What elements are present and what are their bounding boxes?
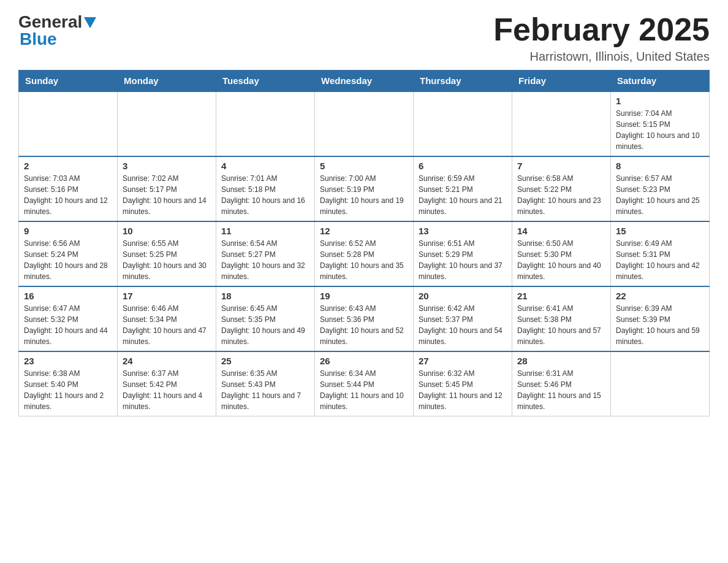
calendar-cell: 6Sunrise: 6:59 AMSunset: 5:21 PMDaylight… xyxy=(414,156,512,221)
day-info: Sunrise: 6:39 AMSunset: 5:39 PMDaylight:… xyxy=(616,303,704,347)
calendar-week-row: 23Sunrise: 6:38 AMSunset: 5:40 PMDayligh… xyxy=(19,351,710,416)
calendar-cell: 2Sunrise: 7:03 AMSunset: 5:16 PMDaylight… xyxy=(19,156,118,221)
day-number: 6 xyxy=(419,161,507,171)
header-sunday: Sunday xyxy=(19,71,118,92)
day-info: Sunrise: 6:52 AMSunset: 5:28 PMDaylight:… xyxy=(320,238,408,282)
logo: General Blue xyxy=(18,12,96,49)
day-number: 15 xyxy=(616,226,704,236)
day-info: Sunrise: 6:42 AMSunset: 5:37 PMDaylight:… xyxy=(419,303,507,347)
calendar-cell: 27Sunrise: 6:32 AMSunset: 5:45 PMDayligh… xyxy=(414,351,512,416)
header-tuesday: Tuesday xyxy=(216,71,315,92)
calendar-cell xyxy=(19,91,118,156)
day-info: Sunrise: 6:59 AMSunset: 5:21 PMDaylight:… xyxy=(419,173,507,217)
header-thursday: Thursday xyxy=(414,71,512,92)
day-info: Sunrise: 6:37 AMSunset: 5:42 PMDaylight:… xyxy=(123,368,211,412)
day-info: Sunrise: 7:02 AMSunset: 5:17 PMDaylight:… xyxy=(123,173,211,217)
day-info: Sunrise: 7:01 AMSunset: 5:18 PMDaylight:… xyxy=(221,173,309,217)
calendar-cell: 10Sunrise: 6:55 AMSunset: 5:25 PMDayligh… xyxy=(118,221,216,286)
day-number: 21 xyxy=(517,291,605,301)
day-info: Sunrise: 6:51 AMSunset: 5:29 PMDaylight:… xyxy=(419,238,507,282)
day-info: Sunrise: 6:31 AMSunset: 5:46 PMDaylight:… xyxy=(517,368,605,412)
calendar-title: February 2025 xyxy=(493,12,710,47)
calendar-cell: 14Sunrise: 6:50 AMSunset: 5:30 PMDayligh… xyxy=(512,221,611,286)
day-number: 25 xyxy=(221,356,309,366)
day-info: Sunrise: 7:00 AMSunset: 5:19 PMDaylight:… xyxy=(320,173,408,217)
day-info: Sunrise: 7:04 AMSunset: 5:15 PMDaylight:… xyxy=(616,108,704,152)
calendar-cell: 9Sunrise: 6:56 AMSunset: 5:24 PMDaylight… xyxy=(19,221,118,286)
day-number: 2 xyxy=(24,161,112,171)
day-info: Sunrise: 6:46 AMSunset: 5:34 PMDaylight:… xyxy=(123,303,211,347)
calendar-cell: 5Sunrise: 7:00 AMSunset: 5:19 PMDaylight… xyxy=(315,156,414,221)
calendar-week-row: 9Sunrise: 6:56 AMSunset: 5:24 PMDaylight… xyxy=(19,221,710,286)
day-number: 17 xyxy=(123,291,211,301)
day-number: 28 xyxy=(517,356,605,366)
day-number: 18 xyxy=(221,291,309,301)
day-number: 9 xyxy=(24,226,112,236)
day-number: 12 xyxy=(320,226,408,236)
calendar-cell: 3Sunrise: 7:02 AMSunset: 5:17 PMDaylight… xyxy=(118,156,216,221)
day-info: Sunrise: 6:32 AMSunset: 5:45 PMDaylight:… xyxy=(419,368,507,412)
calendar-cell: 16Sunrise: 6:47 AMSunset: 5:32 PMDayligh… xyxy=(19,286,118,351)
header-monday: Monday xyxy=(118,71,216,92)
header-wednesday: Wednesday xyxy=(315,71,414,92)
day-number: 14 xyxy=(517,226,605,236)
calendar-cell xyxy=(414,91,512,156)
day-info: Sunrise: 6:57 AMSunset: 5:23 PMDaylight:… xyxy=(616,173,704,217)
calendar-cell: 22Sunrise: 6:39 AMSunset: 5:39 PMDayligh… xyxy=(611,286,710,351)
logo-arrow-icon xyxy=(84,17,96,28)
calendar-cell xyxy=(611,351,710,416)
calendar-week-row: 16Sunrise: 6:47 AMSunset: 5:32 PMDayligh… xyxy=(19,286,710,351)
page-header: General Blue February 2025 Harristown, I… xyxy=(18,12,710,64)
location-subtitle: Harristown, Illinois, United States xyxy=(493,50,710,64)
day-number: 20 xyxy=(419,291,507,301)
day-info: Sunrise: 6:43 AMSunset: 5:36 PMDaylight:… xyxy=(320,303,408,347)
calendar-cell: 24Sunrise: 6:37 AMSunset: 5:42 PMDayligh… xyxy=(118,351,216,416)
day-number: 27 xyxy=(419,356,507,366)
day-info: Sunrise: 6:45 AMSunset: 5:35 PMDaylight:… xyxy=(221,303,309,347)
calendar-cell xyxy=(216,91,315,156)
day-number: 4 xyxy=(221,161,309,171)
day-number: 16 xyxy=(24,291,112,301)
calendar-week-row: 2Sunrise: 7:03 AMSunset: 5:16 PMDaylight… xyxy=(19,156,710,221)
day-info: Sunrise: 6:54 AMSunset: 5:27 PMDaylight:… xyxy=(221,238,309,282)
calendar-cell: 8Sunrise: 6:57 AMSunset: 5:23 PMDaylight… xyxy=(611,156,710,221)
day-number: 24 xyxy=(123,356,211,366)
calendar-cell: 23Sunrise: 6:38 AMSunset: 5:40 PMDayligh… xyxy=(19,351,118,416)
calendar-table: Sunday Monday Tuesday Wednesday Thursday… xyxy=(18,70,710,416)
calendar-cell xyxy=(315,91,414,156)
calendar-cell xyxy=(118,91,216,156)
day-number: 23 xyxy=(24,356,112,366)
calendar-cell xyxy=(512,91,611,156)
calendar-cell: 7Sunrise: 6:58 AMSunset: 5:22 PMDaylight… xyxy=(512,156,611,221)
day-info: Sunrise: 6:56 AMSunset: 5:24 PMDaylight:… xyxy=(24,238,112,282)
day-number: 8 xyxy=(616,161,704,171)
svg-marker-0 xyxy=(84,17,96,28)
day-number: 22 xyxy=(616,291,704,301)
calendar-header-row: Sunday Monday Tuesday Wednesday Thursday… xyxy=(19,71,710,92)
calendar-cell: 25Sunrise: 6:35 AMSunset: 5:43 PMDayligh… xyxy=(216,351,315,416)
day-info: Sunrise: 6:34 AMSunset: 5:44 PMDaylight:… xyxy=(320,368,408,412)
calendar-cell: 19Sunrise: 6:43 AMSunset: 5:36 PMDayligh… xyxy=(315,286,414,351)
day-number: 19 xyxy=(320,291,408,301)
calendar-cell: 28Sunrise: 6:31 AMSunset: 5:46 PMDayligh… xyxy=(512,351,611,416)
day-info: Sunrise: 6:35 AMSunset: 5:43 PMDaylight:… xyxy=(221,368,309,412)
day-number: 11 xyxy=(221,226,309,236)
calendar-cell: 12Sunrise: 6:52 AMSunset: 5:28 PMDayligh… xyxy=(315,221,414,286)
calendar-cell: 4Sunrise: 7:01 AMSunset: 5:18 PMDaylight… xyxy=(216,156,315,221)
calendar-cell: 11Sunrise: 6:54 AMSunset: 5:27 PMDayligh… xyxy=(216,221,315,286)
calendar-cell: 18Sunrise: 6:45 AMSunset: 5:35 PMDayligh… xyxy=(216,286,315,351)
day-number: 5 xyxy=(320,161,408,171)
header-friday: Friday xyxy=(512,71,611,92)
day-number: 7 xyxy=(517,161,605,171)
day-info: Sunrise: 7:03 AMSunset: 5:16 PMDaylight:… xyxy=(24,173,112,217)
calendar-cell: 21Sunrise: 6:41 AMSunset: 5:38 PMDayligh… xyxy=(512,286,611,351)
day-info: Sunrise: 6:49 AMSunset: 5:31 PMDaylight:… xyxy=(616,238,704,282)
calendar-cell: 1Sunrise: 7:04 AMSunset: 5:15 PMDaylight… xyxy=(611,91,710,156)
day-info: Sunrise: 6:55 AMSunset: 5:25 PMDaylight:… xyxy=(123,238,211,282)
calendar-cell: 20Sunrise: 6:42 AMSunset: 5:37 PMDayligh… xyxy=(414,286,512,351)
day-info: Sunrise: 6:41 AMSunset: 5:38 PMDaylight:… xyxy=(517,303,605,347)
calendar-cell: 17Sunrise: 6:46 AMSunset: 5:34 PMDayligh… xyxy=(118,286,216,351)
day-info: Sunrise: 6:47 AMSunset: 5:32 PMDaylight:… xyxy=(24,303,112,347)
title-section: February 2025 Harristown, Illinois, Unit… xyxy=(493,12,710,64)
day-info: Sunrise: 6:58 AMSunset: 5:22 PMDaylight:… xyxy=(517,173,605,217)
